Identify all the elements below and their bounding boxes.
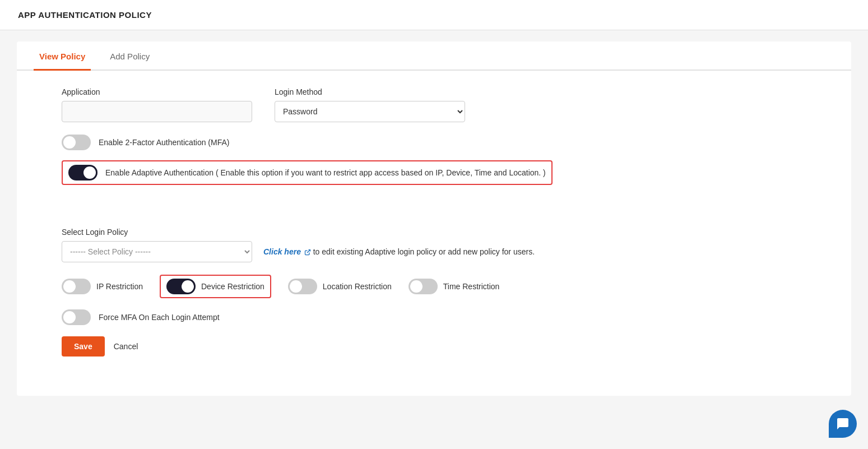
select-policy-dropdown[interactable]: ------ Select Policy ------ — [62, 241, 252, 262]
mfa-toggle-row: Enable 2-Factor Authentication (MFA) — [62, 135, 806, 150]
tab-view-policy[interactable]: View Policy — [34, 41, 91, 71]
click-here-suffix: to edit existing Adaptive login policy o… — [313, 247, 535, 256]
mfa-toggle[interactable] — [62, 135, 91, 150]
adaptive-auth-toggle-row: Enable Adaptive Authentication ( Enable … — [62, 160, 553, 185]
ip-restriction-toggle[interactable] — [62, 279, 91, 294]
time-restriction-toggle[interactable] — [409, 279, 438, 294]
device-restriction-item: Device Restriction — [160, 275, 271, 298]
adaptive-auth-slider — [68, 165, 98, 180]
location-restriction-toggle[interactable] — [288, 279, 317, 294]
adaptive-auth-toggle-label: Enable Adaptive Authentication ( Enable … — [105, 168, 546, 177]
click-here-text: Click here to edit existing Adaptive log… — [263, 247, 535, 256]
section-divider — [62, 206, 806, 217]
force-mfa-label: Force MFA On Each Login Attempt — [99, 313, 220, 322]
adaptive-auth-toggle[interactable] — [68, 165, 98, 180]
time-restriction-item: Time Restriction — [409, 279, 500, 294]
action-row: Save Cancel — [62, 336, 806, 357]
login-method-label: Login Method — [275, 87, 465, 96]
restrictions-row: IP Restriction Device Restriction Locati… — [62, 275, 806, 298]
application-group: Application — [62, 87, 252, 122]
ip-restriction-label: IP Restriction — [96, 282, 143, 291]
mfa-toggle-slider — [62, 135, 91, 150]
force-mfa-slider — [62, 309, 91, 325]
click-here-link[interactable]: Click here — [263, 247, 301, 256]
application-input[interactable] — [62, 101, 252, 122]
location-restriction-slider — [288, 279, 317, 294]
application-label: Application — [62, 87, 252, 96]
time-restriction-slider — [409, 279, 438, 294]
tab-add-policy[interactable]: Add Policy — [104, 41, 155, 71]
tabs-container: View Policy Add Policy — [17, 41, 851, 71]
ip-restriction-slider — [62, 279, 91, 294]
page-title: APP AUTHENTICATION POLICY — [18, 10, 850, 20]
login-method-select[interactable]: Password SSO MFA — [275, 101, 465, 122]
form-area: Application Login Method Password SSO MF… — [17, 71, 851, 373]
login-method-group: Login Method Password SSO MFA — [275, 87, 465, 122]
save-button[interactable]: Save — [62, 336, 105, 357]
select-policy-label: Select Login Policy — [62, 228, 806, 237]
main-content: View Policy Add Policy Application Login… — [17, 41, 851, 396]
cancel-button[interactable]: Cancel — [114, 342, 138, 351]
force-mfa-toggle-row: Force MFA On Each Login Attempt — [62, 309, 806, 325]
page-header: APP AUTHENTICATION POLICY — [0, 0, 868, 30]
app-login-row: Application Login Method Password SSO MF… — [62, 87, 806, 122]
time-restriction-label: Time Restriction — [443, 282, 500, 291]
mfa-toggle-label: Enable 2-Factor Authentication (MFA) — [99, 138, 229, 147]
device-restriction-toggle[interactable] — [166, 279, 196, 294]
location-restriction-label: Location Restriction — [323, 282, 392, 291]
device-restriction-slider — [166, 279, 196, 294]
svg-line-0 — [307, 250, 310, 253]
force-mfa-toggle[interactable] — [62, 309, 91, 325]
device-restriction-label: Device Restriction — [201, 282, 264, 291]
ip-restriction-item: IP Restriction — [62, 279, 143, 294]
policy-row: ------ Select Policy ------ Click here t… — [62, 241, 806, 262]
location-restriction-item: Location Restriction — [288, 279, 392, 294]
